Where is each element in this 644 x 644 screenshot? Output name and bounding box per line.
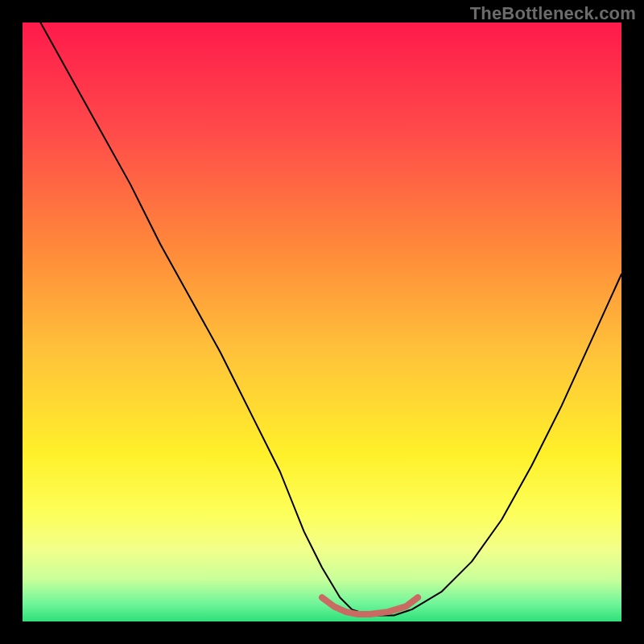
chart-background	[23, 23, 621, 621]
plot-area	[23, 23, 621, 621]
chart-svg	[23, 23, 621, 621]
chart-frame: TheBottleneck.com	[0, 0, 644, 644]
watermark-text: TheBottleneck.com	[470, 3, 636, 24]
